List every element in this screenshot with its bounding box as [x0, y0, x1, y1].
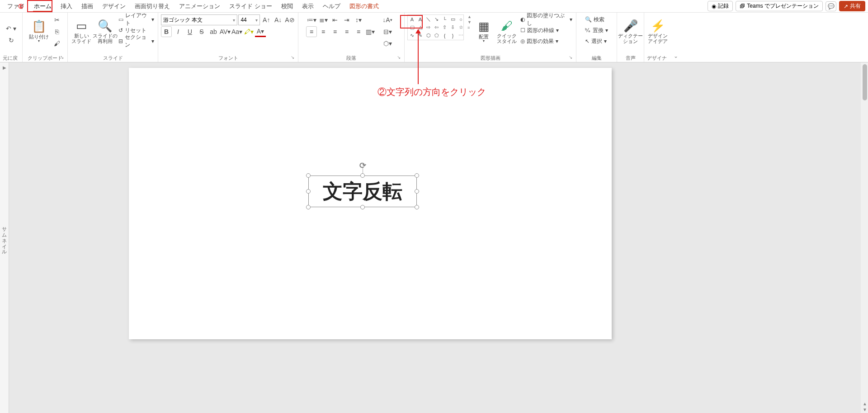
slide[interactable]: ⟳ 文字反転 — [129, 68, 612, 339]
shape-brace[interactable]: { — [441, 32, 448, 39]
handle-w[interactable] — [306, 189, 311, 194]
gallery-up[interactable]: ▲ — [467, 14, 472, 19]
shape-outline-button[interactable]: ☐ 図形の枠線 ▾ — [519, 25, 573, 35]
find-button[interactable]: 🔍 検索 — [584, 14, 605, 24]
shape-arrow-line[interactable]: ↘ — [433, 15, 440, 23]
handle-ne[interactable] — [415, 173, 419, 178]
increase-indent-button[interactable]: ⇥ — [341, 14, 352, 25]
shape-more[interactable]: ⋯ — [457, 32, 465, 39]
tab-home[interactable]: ホーム — [29, 0, 56, 12]
italic-button[interactable]: I — [173, 26, 184, 37]
shape-effects-button[interactable]: ◎ 図形の効果 ▾ — [519, 36, 573, 46]
shape-connector[interactable]: └ — [441, 15, 448, 23]
tab-animations[interactable]: アニメーション — [175, 0, 225, 12]
shape-fill-button[interactable]: ◐ 図形の塗りつぶし ▾ — [519, 14, 573, 24]
shape-pentagon[interactable]: ⬠ — [433, 32, 440, 39]
bullets-button[interactable]: ≔▾ — [306, 14, 317, 25]
tab-insert[interactable]: 挿入 — [56, 0, 77, 12]
shape-roundrect[interactable]: ▢ — [408, 24, 416, 31]
clipboard-launcher[interactable]: ↘ — [60, 55, 66, 60]
select-button[interactable]: ↖ 選択 ▾ — [584, 36, 608, 46]
change-case-button[interactable]: Aa▾ — [231, 26, 242, 37]
tab-review[interactable]: 校閲 — [277, 0, 297, 12]
shape-star[interactable]: ☆ — [457, 24, 465, 31]
comments-button[interactable]: 💬 — [826, 1, 836, 11]
tab-shape-format[interactable]: 図形の書式 — [345, 0, 383, 12]
align-right-button[interactable]: ≡ — [330, 26, 340, 37]
tab-slideshow[interactable]: スライド ショー — [225, 0, 277, 12]
reuse-slide-button[interactable]: 🔍 スライドの 再利用 — [94, 14, 116, 49]
dictation-button[interactable]: 🎤 ディクテー ション — [620, 14, 642, 49]
text-direction-button[interactable]: ↓A ▾ — [378, 14, 396, 25]
align-text-button[interactable]: ⊟▾ — [378, 26, 396, 37]
handle-nw[interactable] — [306, 173, 311, 178]
teams-present-button[interactable]: 🗊 Teams でプレゼンテーション — [736, 1, 823, 11]
font-color-button[interactable]: A▾ — [255, 26, 266, 37]
highlight-color-button[interactable]: 🖍▾ — [243, 26, 254, 37]
cut-button[interactable]: ✂ — [52, 14, 62, 25]
slide-canvas-area[interactable]: ⟳ 文字反転 ▲ ▼ — [9, 62, 868, 413]
copy-button[interactable]: ⎘ — [52, 26, 62, 37]
gallery-more[interactable]: ≡ — [467, 25, 472, 30]
line-spacing-button[interactable]: ↕▾ — [353, 14, 364, 25]
selected-textbox[interactable]: ⟳ 文字反転 — [308, 176, 417, 207]
shape-textbox-v[interactable]: A — [416, 15, 424, 23]
handle-n[interactable] — [360, 173, 365, 178]
format-painter-button[interactable]: 🖌 — [52, 38, 62, 49]
font-size-combo[interactable]: 44 ▾ — [238, 14, 260, 25]
redo-button[interactable]: ↻ — [6, 35, 17, 46]
underline-button[interactable]: U — [184, 26, 195, 37]
shape-hexagon[interactable]: ⬡ — [425, 32, 432, 39]
tab-transitions[interactable]: 画面切り替え — [130, 0, 175, 12]
char-spacing-button[interactable]: AV▾ — [220, 26, 231, 37]
new-slide-button[interactable]: ▭ 新しい スライド — [71, 14, 92, 49]
shape-brace2[interactable]: } — [449, 32, 457, 39]
shape-arrow-u[interactable]: ⇧ — [441, 24, 448, 31]
align-center-button[interactable]: ≡ — [318, 26, 329, 37]
handle-s[interactable] — [360, 205, 365, 209]
shape-arrow-r[interactable]: ⇨ — [425, 24, 432, 31]
tab-design[interactable]: デザイン — [98, 0, 130, 12]
strikethrough-button[interactable]: S — [196, 26, 207, 37]
shape-arrow-d[interactable]: ⇩ — [449, 24, 457, 31]
increase-font-button[interactable]: A↑ — [261, 14, 272, 25]
layout-button[interactable]: ▭ レイアウト ▾ — [118, 14, 155, 24]
share-button[interactable]: ↗ 共有 — [839, 1, 865, 11]
shape-rect[interactable]: ▭ — [449, 15, 457, 23]
thumbnail-panel[interactable]: ▶ サムネイル — [0, 62, 9, 413]
prev-slide-button[interactable]: ▲ — [863, 401, 867, 406]
handle-e[interactable] — [415, 189, 419, 194]
align-left-button[interactable]: ≡ — [306, 26, 317, 37]
bold-button[interactable]: B — [161, 26, 172, 37]
font-name-combo[interactable]: 游ゴシック 本文 ▾ — [161, 14, 237, 25]
decrease-indent-button[interactable]: ⇤ — [330, 14, 340, 25]
smartart-button[interactable]: ⬡▾ — [378, 38, 396, 49]
quick-styles-button[interactable]: 🖌 クイック スタイル — [496, 14, 518, 49]
paste-button[interactable]: 📋 貼り付け ▾ — [28, 14, 50, 49]
rotate-handle[interactable]: ⟳ — [359, 161, 366, 171]
numbering-button[interactable]: ≣▾ — [318, 14, 329, 25]
vertical-scroll-thumb[interactable] — [863, 64, 867, 100]
tab-draw[interactable]: 描画 — [77, 0, 98, 12]
shape-arrow-l[interactable]: ⇦ — [433, 24, 440, 31]
shape-oval[interactable]: ○ — [457, 15, 465, 23]
arrange-button[interactable]: ▦ 配置 ▾ — [473, 14, 494, 49]
drawing-launcher[interactable]: ↘ — [569, 55, 574, 60]
text-shadow-button[interactable]: ab — [208, 26, 219, 37]
shape-curve[interactable]: ∿ — [408, 32, 416, 39]
tab-help[interactable]: ヘルプ — [318, 0, 345, 12]
record-button[interactable]: ◉ 記録 — [708, 1, 733, 11]
clear-formatting-button[interactable]: A⊘ — [284, 14, 295, 25]
ribbon-collapse-button[interactable]: ⌄ — [671, 13, 680, 62]
gallery-down[interactable]: ▼ — [467, 20, 472, 24]
next-slide-button[interactable]: ▼ — [863, 407, 867, 412]
tab-file[interactable]: ファイ — [3, 0, 29, 12]
tab-view[interactable]: 表示 — [297, 0, 318, 12]
handle-sw[interactable] — [306, 205, 311, 209]
shape-textbox-h[interactable]: A — [408, 15, 416, 23]
distribute-button[interactable]: ≡ — [353, 26, 364, 37]
design-ideas-button[interactable]: ⚡ デザイン アイデア — [647, 14, 669, 49]
decrease-font-button[interactable]: A↓ — [273, 14, 283, 25]
paragraph-launcher[interactable]: ↘ — [397, 55, 402, 60]
justify-button[interactable]: ≡ — [341, 26, 352, 37]
